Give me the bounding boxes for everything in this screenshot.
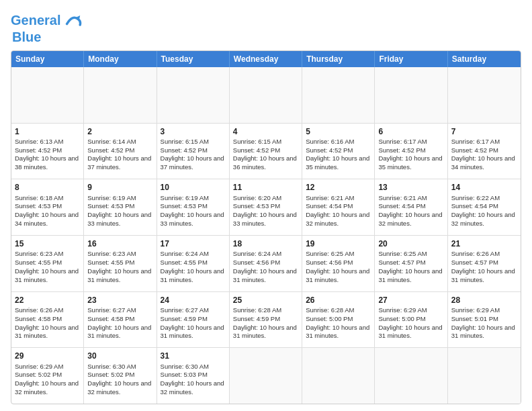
calendar-week-4: 22Sunrise: 6:26 AMSunset: 4:58 PMDayligh… [11, 292, 521, 349]
calendar-week-3: 15Sunrise: 6:23 AMSunset: 4:55 PMDayligh… [11, 236, 521, 292]
day-info: Sunrise: 6:15 AMSunset: 4:52 PMDaylight:… [161, 138, 224, 171]
calendar-cell: 30Sunrise: 6:30 AMSunset: 5:02 PMDayligh… [84, 348, 157, 404]
day-number: 10 [161, 182, 226, 193]
day-info: Sunrise: 6:14 AMSunset: 4:52 PMDaylight:… [87, 138, 151, 171]
day-number: 7 [451, 126, 517, 137]
day-number: 15 [15, 238, 80, 249]
day-info: Sunrise: 6:25 AMSunset: 4:57 PMDaylight:… [378, 250, 442, 283]
day-number: 23 [87, 295, 152, 306]
calendar-cell: 10Sunrise: 6:19 AMSunset: 4:53 PMDayligh… [157, 179, 230, 235]
calendar-cell [448, 67, 521, 123]
day-number: 20 [378, 238, 443, 249]
day-info: Sunrise: 6:21 AMSunset: 4:54 PMDaylight:… [378, 194, 442, 227]
calendar-cell: 18Sunrise: 6:24 AMSunset: 4:56 PMDayligh… [230, 236, 302, 291]
calendar-cell: 6Sunrise: 6:17 AMSunset: 4:52 PMDaylight… [375, 124, 447, 179]
calendar-cell [230, 67, 302, 123]
calendar-cell: 25Sunrise: 6:28 AMSunset: 4:59 PMDayligh… [230, 292, 302, 348]
calendar-week-0 [11, 67, 521, 124]
day-number: 3 [161, 126, 226, 137]
logo-icon [63, 11, 82, 30]
day-number: 26 [306, 295, 371, 306]
header-saturday: Saturday [448, 51, 521, 67]
calendar-cell [11, 67, 84, 123]
logo-text: General [11, 13, 60, 28]
day-number: 4 [233, 126, 298, 137]
day-number: 8 [15, 182, 80, 193]
header-thursday: Thursday [302, 51, 375, 67]
day-number: 18 [233, 238, 298, 249]
calendar-cell: 2Sunrise: 6:14 AMSunset: 4:52 PMDaylight… [84, 124, 157, 179]
day-info: Sunrise: 6:16 AMSunset: 4:52 PMDaylight:… [306, 138, 369, 171]
day-number: 5 [306, 126, 371, 137]
day-info: Sunrise: 6:25 AMSunset: 4:56 PMDaylight:… [306, 250, 369, 283]
day-number: 29 [15, 351, 80, 361]
day-number: 22 [15, 295, 80, 306]
calendar-cell: 8Sunrise: 6:18 AMSunset: 4:53 PMDaylight… [11, 179, 84, 235]
header-monday: Monday [84, 51, 157, 67]
calendar-cell: 23Sunrise: 6:27 AMSunset: 4:58 PMDayligh… [84, 292, 157, 348]
day-info: Sunrise: 6:30 AMSunset: 5:03 PMDaylight:… [161, 363, 224, 396]
day-info: Sunrise: 6:29 AMSunset: 5:01 PMDaylight:… [451, 306, 515, 339]
day-info: Sunrise: 6:24 AMSunset: 4:56 PMDaylight:… [233, 250, 297, 283]
calendar-cell: 15Sunrise: 6:23 AMSunset: 4:55 PMDayligh… [11, 236, 84, 291]
day-number: 6 [378, 126, 443, 137]
calendar-week-2: 8Sunrise: 6:18 AMSunset: 4:53 PMDaylight… [11, 179, 521, 236]
calendar-cell: 12Sunrise: 6:21 AMSunset: 4:54 PMDayligh… [302, 179, 375, 235]
day-info: Sunrise: 6:19 AMSunset: 4:53 PMDaylight:… [161, 194, 224, 227]
day-info: Sunrise: 6:27 AMSunset: 4:58 PMDaylight:… [87, 306, 151, 339]
day-number: 1 [15, 126, 80, 137]
calendar-body: 1Sunrise: 6:13 AMSunset: 4:52 PMDaylight… [11, 67, 521, 404]
calendar-header: Sunday Monday Tuesday Wednesday Thursday… [11, 51, 521, 67]
day-number: 27 [378, 295, 443, 306]
day-number: 13 [378, 182, 443, 193]
day-info: Sunrise: 6:19 AMSunset: 4:53 PMDaylight:… [87, 194, 151, 227]
day-info: Sunrise: 6:30 AMSunset: 5:02 PMDaylight:… [87, 363, 151, 396]
header-sunday: Sunday [11, 51, 84, 67]
calendar-cell: 3Sunrise: 6:15 AMSunset: 4:52 PMDaylight… [157, 124, 230, 179]
calendar-cell: 31Sunrise: 6:30 AMSunset: 5:03 PMDayligh… [157, 348, 230, 404]
calendar-cell: 28Sunrise: 6:29 AMSunset: 5:01 PMDayligh… [448, 292, 521, 348]
day-info: Sunrise: 6:29 AMSunset: 5:00 PMDaylight:… [378, 306, 442, 339]
calendar-cell [375, 348, 447, 404]
day-info: Sunrise: 6:17 AMSunset: 4:52 PMDaylight:… [378, 138, 442, 171]
calendar-cell: 13Sunrise: 6:21 AMSunset: 4:54 PMDayligh… [375, 179, 447, 235]
calendar-cell: 27Sunrise: 6:29 AMSunset: 5:00 PMDayligh… [375, 292, 447, 348]
day-number: 16 [87, 238, 152, 249]
day-info: Sunrise: 6:28 AMSunset: 5:00 PMDaylight:… [306, 306, 369, 339]
calendar-cell: 4Sunrise: 6:15 AMSunset: 4:52 PMDaylight… [230, 124, 302, 179]
day-number: 11 [233, 182, 298, 193]
day-number: 17 [161, 238, 226, 249]
day-info: Sunrise: 6:27 AMSunset: 4:59 PMDaylight:… [161, 306, 224, 339]
calendar-cell: 22Sunrise: 6:26 AMSunset: 4:58 PMDayligh… [11, 292, 84, 348]
calendar-cell [448, 348, 521, 404]
calendar-cell [375, 67, 447, 123]
day-info: Sunrise: 6:13 AMSunset: 4:52 PMDaylight:… [15, 138, 79, 171]
calendar-cell: 5Sunrise: 6:16 AMSunset: 4:52 PMDaylight… [302, 124, 375, 179]
day-info: Sunrise: 6:26 AMSunset: 4:57 PMDaylight:… [451, 250, 515, 283]
day-info: Sunrise: 6:17 AMSunset: 4:52 PMDaylight:… [451, 138, 515, 171]
day-info: Sunrise: 6:22 AMSunset: 4:54 PMDaylight:… [451, 194, 515, 227]
page-header: General Blue [11, 11, 521, 45]
calendar-week-5: 29Sunrise: 6:29 AMSunset: 5:02 PMDayligh… [11, 348, 521, 404]
day-info: Sunrise: 6:29 AMSunset: 5:02 PMDaylight:… [15, 363, 79, 396]
day-info: Sunrise: 6:20 AMSunset: 4:53 PMDaylight:… [233, 194, 297, 227]
day-number: 25 [233, 295, 298, 306]
calendar-cell [157, 67, 230, 123]
day-number: 2 [87, 126, 152, 137]
page-container: General Blue Sunday Monday Tuesday [0, 0, 532, 411]
calendar: Sunday Monday Tuesday Wednesday Thursday… [11, 50, 521, 404]
day-info: Sunrise: 6:21 AMSunset: 4:54 PMDaylight:… [306, 194, 369, 227]
day-number: 9 [87, 182, 152, 193]
calendar-cell: 24Sunrise: 6:27 AMSunset: 4:59 PMDayligh… [157, 292, 230, 348]
day-info: Sunrise: 6:15 AMSunset: 4:52 PMDaylight:… [233, 138, 297, 171]
day-number: 24 [161, 295, 226, 306]
calendar-cell: 7Sunrise: 6:17 AMSunset: 4:52 PMDaylight… [448, 124, 521, 179]
calendar-cell [230, 348, 302, 404]
calendar-cell: 20Sunrise: 6:25 AMSunset: 4:57 PMDayligh… [375, 236, 447, 291]
day-info: Sunrise: 6:24 AMSunset: 4:55 PMDaylight:… [161, 250, 224, 283]
calendar-cell [302, 348, 375, 404]
calendar-cell [84, 67, 157, 123]
calendar-cell: 9Sunrise: 6:19 AMSunset: 4:53 PMDaylight… [84, 179, 157, 235]
day-number: 12 [306, 182, 371, 193]
day-info: Sunrise: 6:23 AMSunset: 4:55 PMDaylight:… [87, 250, 151, 283]
